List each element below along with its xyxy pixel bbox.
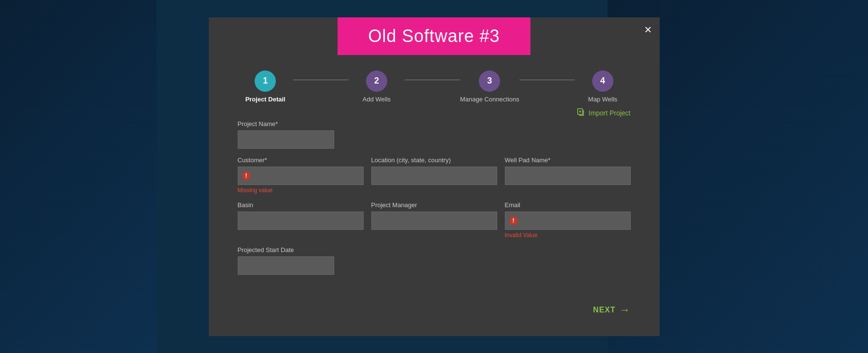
import-icon: [577, 108, 585, 119]
project-name-label: Project Name*: [238, 120, 334, 127]
basin-input-wrapper: [238, 212, 364, 230]
close-button[interactable]: ×: [644, 23, 651, 36]
customer-group: Customer* ! Missing value: [238, 156, 364, 194]
connector-1-2: [293, 80, 349, 80]
step-3-circle: 3: [479, 71, 500, 92]
location-input[interactable]: [376, 172, 493, 180]
basin-pm-email-row: Basin Project Manager Email ! Invalid Va…: [238, 201, 631, 239]
next-button[interactable]: NEXT →: [593, 304, 631, 316]
location-label: Location (city, state, country): [371, 156, 497, 164]
projected-start-date-label: Projected Start Date: [238, 246, 334, 254]
well-pad-name-input[interactable]: [509, 172, 626, 180]
project-manager-group: Project Manager: [371, 201, 497, 239]
customer-input-wrapper: !: [238, 167, 364, 185]
customer-error-icon: !: [242, 171, 251, 180]
title-banner: Old Software #3: [338, 17, 530, 55]
step-1-circle: 1: [255, 71, 276, 92]
background-left: [0, 0, 157, 353]
step-4-circle: 4: [592, 71, 613, 92]
project-manager-label: Project Manager: [371, 201, 497, 209]
location-group: Location (city, state, country): [371, 156, 497, 194]
step-2[interactable]: 2 Add Wells: [349, 71, 404, 103]
step-3[interactable]: 3 Manage Connections: [460, 71, 519, 103]
app-title: Old Software #3: [366, 26, 502, 46]
email-input[interactable]: [520, 217, 626, 225]
customer-error-text: Missing value: [238, 187, 364, 194]
step-1-label: Project Detail: [245, 96, 285, 103]
customer-input[interactable]: [253, 172, 359, 180]
step-1[interactable]: 1 Project Detail: [238, 71, 293, 103]
customer-location-wellpad-row: Customer* ! Missing value Location (city…: [238, 156, 631, 194]
steps-row: 1 Project Detail 2 Add Wells 3 Manage Co…: [238, 71, 631, 103]
well-pad-name-input-wrapper: [505, 167, 631, 185]
step-4[interactable]: 4 Map Wells: [575, 71, 630, 103]
basin-group: Basin: [238, 201, 364, 239]
footer-row: NEXT →: [209, 294, 660, 331]
projected-start-date-input[interactable]: [242, 262, 330, 269]
import-project-button[interactable]: Import Project: [577, 108, 630, 119]
email-input-wrapper: !: [505, 212, 631, 230]
projected-start-date-row: Projected Start Date: [238, 246, 631, 275]
well-pad-name-label: Well Pad Name*: [505, 156, 631, 164]
location-input-wrapper: [371, 167, 497, 185]
well-pad-name-group: Well Pad Name*: [505, 156, 631, 194]
modal-container: Old Software #3 × 1 Project Detail 2 Add…: [209, 17, 660, 336]
email-error-text: Invalid Value: [505, 232, 631, 239]
basin-input[interactable]: [242, 217, 359, 225]
project-name-input-wrapper: [238, 130, 334, 149]
next-arrow-icon: →: [620, 304, 631, 316]
project-manager-input[interactable]: [376, 217, 493, 225]
step-4-label: Map Wells: [588, 96, 617, 103]
next-label: NEXT: [593, 306, 616, 314]
customer-label: Customer*: [238, 156, 364, 164]
connector-3-4: [519, 80, 575, 80]
projected-start-date-input-wrapper: [238, 256, 334, 275]
project-name-group: Project Name*: [238, 120, 334, 149]
step-2-circle: 2: [366, 71, 387, 92]
email-label: Email: [505, 201, 631, 209]
modal-header: Old Software #3 ×: [209, 17, 660, 55]
step-3-label: Manage Connections: [460, 96, 519, 103]
step-indicator: 1 Project Detail 2 Add Wells 3 Manage Co…: [209, 55, 660, 108]
form-area: Import Project Project Name* Customer* !…: [209, 108, 660, 294]
projected-start-date-group: Projected Start Date: [238, 246, 334, 275]
import-project-label: Import Project: [588, 109, 630, 117]
step-2-label: Add Wells: [363, 96, 391, 103]
connector-2-3: [405, 80, 460, 80]
email-group: Email ! Invalid Value: [505, 201, 631, 239]
email-error-icon: !: [509, 216, 518, 225]
project-name-input[interactable]: [242, 136, 330, 143]
basin-label: Basin: [238, 201, 364, 209]
project-manager-input-wrapper: [371, 212, 497, 230]
project-name-row: Project Name*: [238, 120, 631, 149]
